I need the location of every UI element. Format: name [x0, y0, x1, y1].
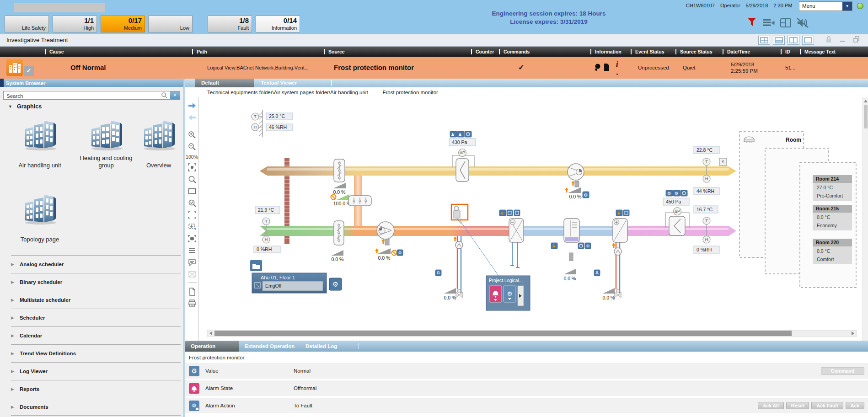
ack-fault-button[interactable]: Ack Fault — [811, 402, 843, 409]
tab-operation[interactable]: Operation — [185, 341, 239, 352]
exhaust-air-damper[interactable] — [334, 159, 345, 182]
tree-item-scheduler[interactable]: ▶Scheduler — [11, 309, 181, 326]
property-row-alarm-state[interactable]: Alarm State Offnormal — [185, 380, 868, 396]
column-header-date-time[interactable]: Date/Time — [723, 47, 781, 57]
column-header-id[interactable]: ID — [781, 47, 800, 57]
outside-air-damper[interactable] — [334, 221, 344, 245]
expander-icon[interactable]: ▶ — [11, 387, 14, 391]
layers-icon[interactable] — [188, 246, 197, 255]
info-icon[interactable]: i — [616, 60, 618, 69]
tab-textual-viewer[interactable]: Textual Viewer — [254, 79, 314, 87]
column-header-cause[interactable]: Cause — [45, 47, 192, 57]
zoom-out-icon[interactable] — [188, 142, 197, 151]
controller-icon[interactable] — [435, 270, 441, 276]
column-header-event-status[interactable]: Event Status — [631, 47, 675, 57]
supply-air-unit[interactable] — [669, 216, 685, 235]
event-list-icon[interactable] — [762, 16, 775, 29]
extract-damper-unit[interactable] — [456, 159, 469, 182]
alarm-category-medium[interactable]: 0/17 Medium — [101, 16, 145, 32]
command-button[interactable]: Command — [821, 367, 864, 375]
tree-item-binary-scheduler[interactable]: ▶Binary scheduler — [11, 273, 181, 291]
diagram-horizontal-scrollbar[interactable] — [207, 330, 857, 337]
comment-icon[interactable] — [188, 258, 197, 267]
popup-alarm-button[interactable] — [489, 286, 502, 302]
alarm-category-life-safety[interactable]: Life Safety — [5, 16, 49, 32]
column-header-source-status[interactable]: Source Status — [675, 47, 723, 57]
focus-selection-icon[interactable] — [188, 234, 197, 243]
column-header-commands[interactable]: Commands — [499, 47, 590, 57]
event-command-check-icon[interactable]: ✓ — [499, 57, 590, 79]
room-card-214[interactable]: Room 214 27.0 °C Pre-Comfort — [813, 175, 852, 201]
minimize-icon[interactable] — [840, 36, 845, 45]
frost-protection-monitor-selected[interactable] — [451, 204, 468, 224]
column-header-source[interactable]: Source — [324, 47, 471, 57]
page-icon[interactable] — [188, 287, 197, 296]
ack-button[interactable]: Ack — [846, 402, 864, 409]
scrollbar-thumb[interactable] — [214, 331, 792, 336]
filter-icon[interactable] — [745, 16, 758, 29]
layout-panes-icon[interactable] — [779, 16, 792, 29]
lock-icon[interactable] — [826, 36, 831, 45]
search-box[interactable]: ▼ — [3, 91, 180, 100]
ahu-settings-button[interactable]: ⚙ — [329, 278, 342, 290]
expander-icon[interactable]: ▶ — [11, 351, 14, 356]
room-card-220[interactable]: Room 220 0.0 °C Comfort — [813, 239, 852, 264]
tree-item-documents[interactable]: ▶Documents — [11, 398, 181, 416]
cooling-coil[interactable] — [499, 210, 524, 267]
layout-columns-button[interactable] — [788, 36, 799, 45]
restore-window-icon[interactable] — [853, 36, 860, 45]
alarm-category-high[interactable]: 1/1 High — [53, 16, 97, 32]
investigate-icon[interactable] — [594, 63, 601, 73]
popup-settings-button[interactable]: ⚙ — [504, 286, 516, 302]
expander-icon[interactable]: ▶ — [11, 405, 14, 409]
power-status-icon[interactable] — [680, 190, 687, 196]
tree-item-analog-scheduler[interactable]: ▶Analog scheduler — [11, 255, 181, 273]
reset-button[interactable]: Reset — [786, 402, 809, 409]
search-icon[interactable] — [161, 92, 168, 101]
tab-detailed-log[interactable]: Detailed Log — [300, 341, 354, 352]
column-header-message-text[interactable]: Message Text — [800, 47, 868, 57]
scroll-up-arrow[interactable] — [864, 100, 868, 102]
diagram-vertical-scrollbar[interactable] — [863, 97, 868, 341]
folder-icon[interactable] — [250, 260, 262, 271]
mute-speaker-icon[interactable] — [796, 16, 809, 29]
tab-extended-operation[interactable]: Extended Operation — [239, 341, 300, 352]
search-filter-dropdown[interactable]: ▼ — [170, 91, 180, 99]
fit-view-icon[interactable] — [188, 163, 197, 171]
layout-single-button[interactable] — [802, 36, 814, 45]
alarm-event-row[interactable]: ✓ Off Normal Logical View.BACnet Network… — [0, 57, 868, 79]
info-dropdown-icon[interactable]: ▼ — [616, 73, 619, 76]
zoom-in-icon[interactable] — [188, 130, 197, 139]
heating-coil[interactable] — [613, 210, 629, 242]
power-status-icon[interactable] — [465, 131, 472, 137]
supply-fan[interactable] — [377, 222, 394, 239]
zoom-region-icon[interactable] — [188, 175, 197, 183]
property-row-value[interactable]: ⚙ Value Normal Command — [185, 363, 868, 379]
column-header-counter[interactable]: Counter — [471, 47, 499, 57]
menu-dropdown[interactable]: Menu ▼ — [799, 1, 852, 11]
property-row-alarm-action[interactable]: ⚙ Alarm Action To Fault Ack All Reset Ac… — [185, 398, 868, 413]
collapse-icon[interactable]: ▼ — [8, 104, 12, 109]
print-icon[interactable] — [188, 299, 197, 308]
column-header-information[interactable]: Information — [590, 47, 631, 57]
pan-mode-icon[interactable] — [188, 222, 197, 231]
scrollbar-thumb[interactable] — [864, 105, 868, 128]
graphic-tile-overview[interactable]: Overview — [127, 118, 191, 169]
alarm-category-low[interactable]: Low — [148, 16, 193, 32]
controller-icon[interactable] — [594, 270, 600, 276]
ack-all-button[interactable]: Ack All — [758, 402, 784, 409]
rectangle-select-icon[interactable] — [188, 187, 197, 195]
column-header-path[interactable]: Path — [192, 47, 324, 57]
recirculation-damper[interactable] — [348, 196, 371, 206]
back-icon[interactable] — [188, 113, 197, 122]
selection-bounds-icon[interactable] — [188, 210, 197, 219]
tree-node-graphics[interactable]: ▼ Graphics — [8, 103, 42, 110]
expander-icon[interactable]: ▶ — [11, 262, 14, 267]
expander-icon[interactable]: ▶ — [11, 298, 14, 302]
expander-icon[interactable]: ▶ — [11, 369, 14, 374]
expander-icon[interactable]: ▶ — [11, 333, 14, 338]
alarm-category-fault[interactable]: 1/8 Fault — [208, 16, 252, 32]
graphic-tile-topology-page[interactable]: Topology page — [8, 192, 72, 243]
zoom-check-icon[interactable] — [188, 198, 197, 207]
tree-item-log-viewer[interactable]: ▶Log Viewer — [11, 362, 181, 380]
